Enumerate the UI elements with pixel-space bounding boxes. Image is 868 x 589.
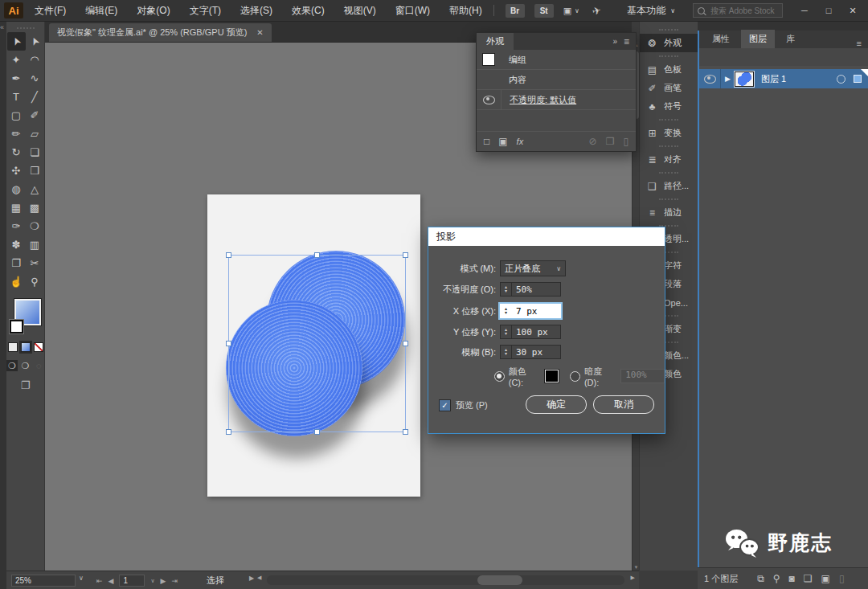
new-layer-icon[interactable]: ▣	[821, 573, 830, 584]
dialog-title[interactable]: 投影	[428, 227, 665, 246]
status-expand-icon[interactable]: ▶	[249, 575, 254, 582]
scale-tool[interactable]: ❏	[26, 143, 44, 162]
ok-button[interactable]: 确定	[526, 395, 587, 414]
rectangle-tool[interactable]: ▢	[7, 106, 26, 125]
panel-grip[interactable]	[659, 119, 678, 121]
selection-handle[interactable]	[403, 341, 408, 346]
width-tool[interactable]: ✣	[7, 162, 26, 180]
collect-for-export-icon[interactable]: ⧉	[757, 573, 764, 584]
type-tool[interactable]: T	[7, 88, 26, 106]
dock-swatches[interactable]: ▤色板	[640, 60, 698, 79]
workspace-switcher[interactable]: 基本功能 ∨	[627, 4, 675, 18]
panel-grip[interactable]	[659, 145, 678, 147]
artboard-dropdown-icon[interactable]: ∨	[150, 578, 154, 584]
blend-tool[interactable]: ❍	[26, 217, 44, 235]
selection-handle[interactable]	[226, 252, 231, 258]
panel-grip[interactable]	[659, 198, 678, 200]
menu-item[interactable]: 窗口(W)	[395, 4, 430, 18]
maximize-button[interactable]: □	[818, 3, 839, 18]
layer-row[interactable]: ▶ 图层 1	[699, 69, 868, 88]
menu-item[interactable]: 对象(O)	[137, 4, 170, 18]
draw-inside-mode[interactable]: ◌	[33, 360, 44, 371]
panel-menu-icon[interactable]: ≡	[624, 36, 629, 47]
color-mode-button[interactable]	[8, 342, 18, 352]
preview-checkbox[interactable]: ✓	[439, 399, 451, 411]
selection-handle[interactable]	[226, 429, 231, 435]
column-graph-tool[interactable]: ▥	[26, 235, 44, 254]
dock-symbols[interactable]: ♣符号	[640, 97, 698, 116]
appearance-row-label[interactable]: 不透明度: 默认值	[510, 94, 576, 106]
bridge-button[interactable]: Br	[506, 4, 525, 18]
visibility-eye-icon[interactable]	[483, 96, 495, 104]
appearance-row-contents[interactable]: 内容	[477, 70, 636, 90]
selection-tool[interactable]: ➤	[7, 32, 26, 51]
locate-object-icon[interactable]: ⚲	[773, 573, 780, 584]
color-radio[interactable]	[494, 371, 505, 382]
new-sublayer-icon[interactable]: ❏	[804, 573, 813, 584]
blur-stepper[interactable]: ▴▾	[500, 345, 512, 359]
darkness-radio[interactable]	[570, 371, 580, 382]
none-mode-button[interactable]	[34, 342, 43, 352]
mode-select[interactable]: 正片叠底∨	[500, 260, 566, 276]
artboard-number-field[interactable]: 1	[119, 575, 145, 587]
add-new-effect-icon[interactable]: fx	[517, 137, 524, 146]
arrange-documents-button[interactable]: ▣ ∨	[563, 6, 579, 16]
line-segment-tool[interactable]: ╱	[26, 88, 44, 106]
layer-target-icon[interactable]	[837, 75, 845, 84]
dock-transform[interactable]: ⊞变换	[640, 124, 698, 142]
zoom-dropdown-icon[interactable]: ∨	[79, 575, 84, 582]
document-tab[interactable]: 视觉假象" 纹理金属.ai* @ 25% (RGB/GPU 预览) ✕	[49, 23, 272, 42]
rotate-tool[interactable]: ↻	[7, 143, 26, 162]
panel-grip[interactable]	[659, 29, 678, 31]
artboard-tool[interactable]: ❐	[7, 254, 26, 272]
add-new-stroke-icon[interactable]: □	[484, 136, 489, 147]
shadow-color-swatch[interactable]	[545, 370, 559, 382]
y-offset-stepper[interactable]: ▴▾	[500, 325, 512, 339]
opacity-input[interactable]	[512, 282, 561, 297]
stroke-swatch[interactable]	[10, 320, 23, 333]
dock-brushes[interactable]: ✐画笔	[640, 79, 698, 97]
perspective-grid-tool[interactable]: △	[26, 180, 44, 198]
symbol-sprayer-tool[interactable]: ✽	[7, 235, 26, 254]
tab-libraries[interactable]: 库	[778, 30, 803, 48]
lasso-tool[interactable]: ◠	[26, 51, 44, 69]
shaper-tool[interactable]: ✏	[7, 125, 26, 143]
make-clipping-mask-icon[interactable]: ◙	[789, 573, 795, 584]
gradient-mode-button[interactable]	[21, 342, 31, 352]
collapse-panel-icon[interactable]: »	[612, 37, 617, 46]
blur-input[interactable]	[512, 345, 561, 359]
appearance-row-opacity[interactable]: 不透明度: 默认值	[477, 90, 636, 110]
scrollbar-thumb[interactable]	[477, 575, 522, 585]
appearance-tab[interactable]: 外观	[477, 33, 514, 50]
layer-visibility-eye-icon[interactable]	[704, 75, 716, 84]
panel-menu-icon[interactable]: ≡	[857, 39, 868, 48]
close-button[interactable]: ✕	[842, 3, 863, 18]
x-offset-stepper[interactable]: ▴▾	[500, 304, 512, 318]
menu-item[interactable]: 编辑(E)	[85, 4, 117, 18]
scroll-right-icon[interactable]: ▶	[631, 575, 635, 581]
next-artboard-icon[interactable]: ▶	[161, 577, 166, 585]
dock-appearance[interactable]: ❂外观	[640, 34, 698, 52]
mesh-tool[interactable]: ▦	[7, 198, 26, 217]
paintbrush-tool[interactable]: ✐	[26, 106, 44, 125]
selection-handle[interactable]	[314, 252, 320, 258]
menu-item[interactable]: 选择(S)	[240, 4, 272, 18]
eraser-tool[interactable]: ▱	[26, 125, 44, 143]
shape-builder-tool[interactable]: ◍	[7, 180, 26, 198]
pen-tool[interactable]: ✒	[7, 69, 26, 88]
tab-layers[interactable]: 图层	[741, 30, 775, 48]
share-icon[interactable]: ✈	[591, 3, 602, 17]
expand-layer-icon[interactable]: ▶	[725, 75, 731, 83]
collapse-toolbar-icon[interactable]: «	[0, 23, 4, 31]
opacity-stepper[interactable]: ▴▾	[500, 282, 512, 297]
menu-item[interactable]: 文件(F)	[35, 4, 66, 18]
layer-name[interactable]: 图层 1	[761, 73, 786, 85]
selection-handle[interactable]	[403, 429, 408, 435]
scroll-left-icon[interactable]: ◀	[257, 575, 261, 581]
search-input[interactable]	[709, 6, 776, 16]
slice-tool[interactable]: ✂	[26, 254, 44, 272]
dock-pathfinder[interactable]: ❑路径...	[640, 177, 698, 195]
free-transform-tool[interactable]: ❒	[26, 162, 44, 180]
stock-button[interactable]: St	[534, 4, 554, 18]
first-artboard-icon[interactable]: ⇤	[96, 577, 103, 585]
